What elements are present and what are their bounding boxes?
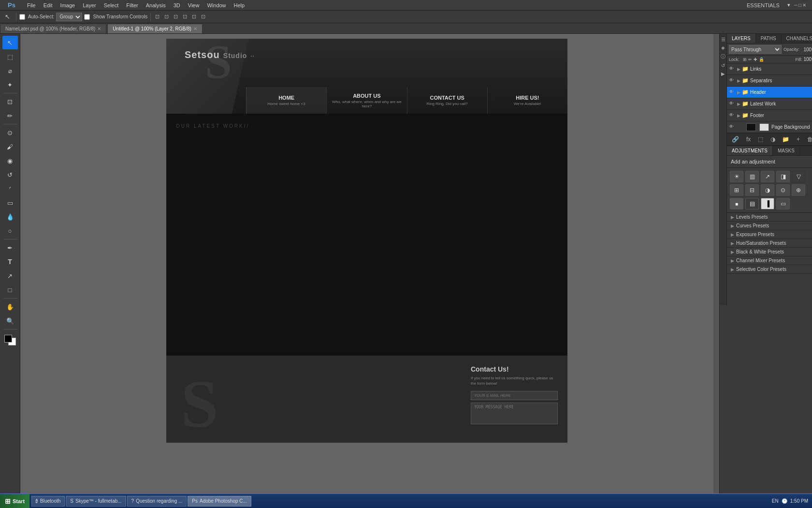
tab-untitled[interactable]: Untitled-1 @ 100% (Layer 2, RGB/8) ✕	[107, 24, 202, 33]
tab-namelater[interactable]: NameLater.psd @ 100% (Header, RGB/8) ✕	[0, 24, 106, 33]
levels-presets[interactable]: ▶ Levels Presets	[727, 213, 812, 222]
layer-separatirs[interactable]: 👁 ▶ 📁 Separatirs	[727, 75, 812, 87]
layer-expand-icon[interactable]: ▶	[737, 90, 740, 95]
brush-tool[interactable]: 🖌	[2, 140, 18, 153]
pen-tool[interactable]: ✒	[2, 241, 18, 254]
menu-help[interactable]: Help	[230, 0, 249, 10]
move-tool-options[interactable]: ↖	[2, 12, 13, 21]
photo-filter-btn[interactable]: ⊙	[776, 184, 790, 196]
layer-expand-icon[interactable]: ▶	[737, 113, 740, 118]
gradient-tool[interactable]: ▭	[2, 196, 18, 209]
levels-btn[interactable]: ▥	[745, 171, 759, 182]
shape-tool[interactable]: □	[2, 283, 18, 297]
actions-icon[interactable]: ▶	[720, 70, 726, 77]
opacity-value[interactable]: 100%	[801, 47, 812, 52]
lock-transparent-icon[interactable]: ⊞	[743, 57, 747, 62]
curves-btn[interactable]: ↗	[761, 171, 774, 182]
layer-links[interactable]: 👁 ▶ 📁 Links	[727, 63, 812, 75]
tab-channels[interactable]: CHANNELS	[782, 34, 812, 43]
bw-presets[interactable]: ▶ Black & White Presets	[727, 248, 812, 256]
add-style-btn[interactable]: fx	[745, 135, 752, 144]
workspace-dropdown[interactable]: ▾	[783, 0, 794, 10]
layer-eye-icon[interactable]: 👁	[729, 101, 736, 107]
layer-expand-icon[interactable]: ▶	[737, 78, 740, 83]
brightness-contrast-btn[interactable]: ☀	[730, 171, 743, 182]
layer-eye-icon[interactable]: 👁	[729, 89, 736, 96]
close-btn[interactable]: ✕	[802, 2, 806, 8]
menu-view[interactable]: View	[184, 0, 203, 10]
align-left-icon[interactable]: ⊡	[154, 14, 161, 20]
posterize-btn[interactable]: ▤	[745, 198, 759, 209]
magic-wand-tool[interactable]: ✦	[2, 78, 18, 91]
fill-value[interactable]: 100%	[803, 57, 812, 62]
add-mask-btn[interactable]: ⬚	[757, 135, 764, 144]
hue-sat-btn[interactable]: ⊞	[730, 184, 743, 196]
tab-paths[interactable]: PATHS	[756, 34, 782, 43]
black-white-btn[interactable]: ◑	[761, 184, 774, 196]
new-adjustment-btn[interactable]: ◑	[769, 135, 776, 144]
restore-btn[interactable]: □	[798, 2, 801, 8]
tab-close-1[interactable]: ✕	[97, 26, 101, 31]
delete-layer-btn[interactable]: 🗑	[806, 135, 812, 144]
new-group-btn[interactable]: 📁	[781, 135, 790, 144]
align-middle-icon[interactable]: ⊡	[190, 14, 198, 20]
menu-filter[interactable]: Filter	[122, 0, 142, 10]
auto-select-checkbox[interactable]	[19, 14, 25, 20]
contact-email[interactable]	[471, 391, 558, 400]
hue-sat-presets[interactable]: ▶ Hue/Saturation Presets	[727, 239, 812, 248]
layers-icon[interactable]: ☰	[720, 36, 726, 43]
exposure-btn[interactable]: ◨	[776, 171, 790, 182]
panel-resize-handle[interactable]	[713, 34, 719, 495]
color-swatches[interactable]	[2, 333, 18, 347]
history-brush-tool[interactable]: ↺	[2, 168, 18, 181]
invert-btn[interactable]: ■	[730, 198, 743, 209]
channel-mixer-btn[interactable]: ⊕	[792, 184, 805, 196]
color-balance-btn[interactable]: ⊟	[745, 184, 759, 196]
show-transform-checkbox[interactable]	[84, 14, 90, 20]
type-tool[interactable]: T	[2, 255, 18, 269]
taskbar-skype[interactable]: S Skype™ - fullmetab...	[66, 496, 126, 507]
lasso-tool[interactable]: ⌀	[2, 64, 18, 77]
menu-select[interactable]: Select	[100, 0, 123, 10]
layer-eye-icon[interactable]: 👁	[729, 124, 736, 131]
adjustments-icon[interactable]: ◈	[720, 44, 726, 51]
auto-select-dropdown[interactable]: Group Layer	[56, 13, 82, 21]
eyedropper-tool[interactable]: ✏	[2, 109, 18, 122]
menu-window[interactable]: Window	[203, 0, 230, 10]
menu-edit[interactable]: Edit	[40, 0, 57, 10]
taskbar-photoshop[interactable]: Ps Adobe Photoshop C...	[188, 496, 251, 507]
selective-color-presets[interactable]: ▶ Selective Color Presets	[727, 265, 812, 274]
layer-page-background[interactable]: 👁 Page Background	[727, 121, 812, 133]
dodge-tool[interactable]: ○	[2, 224, 18, 238]
menu-analysis[interactable]: Analysis	[142, 0, 170, 10]
taskbar-bluetooth[interactable]: ₿ Bluetooth	[31, 496, 65, 507]
align-right-icon[interactable]: ⊡	[172, 14, 179, 20]
layer-eye-icon[interactable]: 👁	[729, 66, 736, 73]
gradient-map-btn[interactable]: ▭	[776, 198, 790, 209]
path-selection-tool[interactable]: ↗	[2, 269, 18, 283]
align-bottom-icon[interactable]: ⊡	[200, 14, 207, 20]
layer-expand-icon[interactable]: ▶	[737, 67, 740, 72]
new-layer-btn[interactable]: +	[796, 135, 801, 144]
hand-tool[interactable]: ✋	[2, 300, 18, 314]
lock-position-icon[interactable]: ✚	[754, 57, 757, 62]
lock-image-icon[interactable]: ✏	[748, 57, 752, 62]
tab-close-2[interactable]: ✕	[193, 26, 197, 31]
blend-mode-select[interactable]: Pass Through Normal Multiply Screen	[729, 45, 782, 54]
canvas-area[interactable]: Setsou Studio ·· S HOME Home sweet home …	[20, 34, 713, 495]
contact-message[interactable]	[471, 403, 558, 424]
crop-tool[interactable]: ⊡	[2, 95, 18, 108]
tab-layers[interactable]: LAYERS	[727, 34, 756, 43]
curves-presets[interactable]: ▶ Curves Presets	[727, 222, 812, 230]
history-icon[interactable]: ↺	[720, 62, 726, 69]
align-top-icon[interactable]: ⊡	[181, 14, 188, 20]
tab-masks[interactable]: MASKS	[773, 146, 800, 155]
move-tool[interactable]: ↖	[2, 36, 18, 49]
tab-adjustments[interactable]: ADJUSTMENTS	[727, 146, 773, 155]
layer-expand-icon[interactable]: ▶	[737, 102, 740, 106]
info-icon[interactable]: ⓘ	[720, 52, 726, 61]
vibrance-btn[interactable]: ▽	[792, 171, 805, 182]
clone-stamp-tool[interactable]: ◉	[2, 154, 18, 167]
link-layers-btn[interactable]: 🔗	[731, 135, 740, 144]
eraser-tool[interactable]: ⎖	[2, 182, 18, 195]
